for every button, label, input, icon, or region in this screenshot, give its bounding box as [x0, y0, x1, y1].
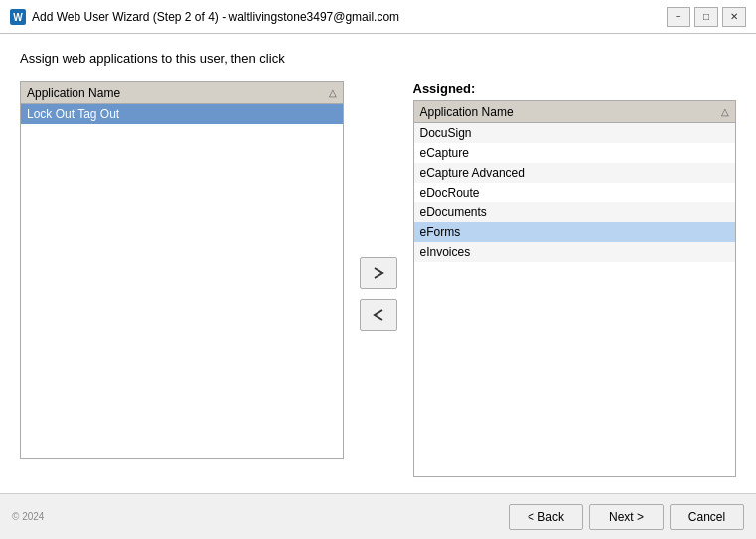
assigned-header-label: Application Name	[420, 105, 514, 119]
left-panel: Application Name △ Lock Out Tag Out	[20, 81, 344, 459]
window-title: Add Web User Wizard (Step 2 of 4) - walt…	[32, 10, 667, 24]
list-item[interactable]: eDocuments	[414, 202, 736, 222]
list-item[interactable]: eInvoices	[414, 242, 736, 262]
app-icon: W	[10, 9, 26, 25]
maximize-button[interactable]: □	[694, 7, 718, 27]
assigned-apps-list[interactable]: Application Name △ DocuSign eCapture eCa…	[413, 100, 737, 477]
title-bar: W Add Web User Wizard (Step 2 of 4) - wa…	[0, 0, 756, 34]
list-item[interactable]: DocuSign	[414, 123, 736, 143]
main-content: Assign web applications to this user, th…	[0, 34, 756, 493]
next-button[interactable]: Next >	[589, 504, 664, 530]
move-right-button[interactable]	[360, 257, 397, 289]
close-button[interactable]: ✕	[722, 7, 746, 27]
list-item[interactable]: eCapture Advanced	[414, 163, 736, 183]
right-panel: Assigned: Application Name △ DocuSign eC…	[413, 81, 737, 477]
list-item[interactable]: Lock Out Tag Out	[21, 104, 343, 124]
arrow-buttons	[344, 257, 413, 331]
minimize-button[interactable]: −	[667, 7, 690, 27]
move-left-button[interactable]	[360, 299, 397, 331]
copyright-text: © 2024	[12, 511, 44, 522]
list-item[interactable]: eDocRoute	[414, 183, 736, 202]
back-button[interactable]: < Back	[509, 504, 583, 530]
available-apps-list[interactable]: Application Name △ Lock Out Tag Out	[20, 81, 344, 459]
cancel-button[interactable]: Cancel	[670, 504, 744, 530]
window-controls: − □ ✕	[667, 7, 746, 27]
available-sort-icon: △	[329, 87, 337, 98]
assigned-sort-icon: △	[721, 106, 729, 117]
footer: © 2024 < Back Next > Cancel	[0, 493, 756, 539]
available-header: Application Name △	[21, 82, 343, 104]
available-header-label: Application Name	[27, 86, 120, 100]
instruction-text: Assign web applications to this user, th…	[20, 50, 736, 67]
list-item[interactable]: eCapture	[414, 143, 736, 163]
panels-row: Application Name △ Lock Out Tag Out Assi…	[20, 81, 736, 483]
svg-text:W: W	[13, 12, 23, 23]
assigned-label: Assigned:	[413, 81, 737, 96]
assigned-header: Application Name △	[414, 101, 736, 123]
list-item[interactable]: eForms	[414, 222, 736, 242]
